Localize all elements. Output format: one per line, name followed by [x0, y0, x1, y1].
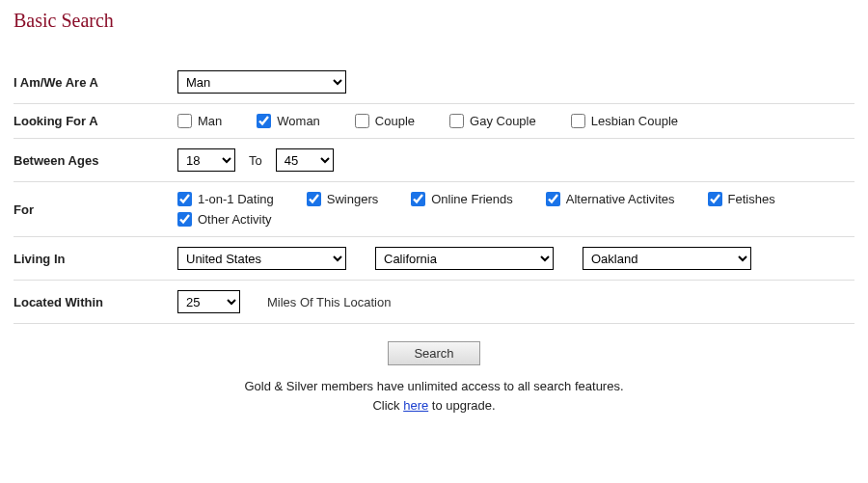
for-label: Alternative Activites: [566, 192, 675, 206]
for-checkbox[interactable]: [177, 192, 192, 206]
for-option[interactable]: Online Friends: [411, 192, 513, 206]
upgrade-link[interactable]: here: [403, 398, 428, 413]
for-label: Swingers: [327, 192, 378, 206]
actions-row: Search: [14, 341, 854, 365]
for-checkbox[interactable]: [307, 192, 321, 206]
select-country[interactable]: United States: [177, 247, 346, 270]
looking-for-label: Woman: [277, 114, 320, 128]
miles-suffix: Miles Of This Location: [267, 295, 391, 309]
for-label: Online Friends: [431, 192, 513, 206]
for-label: Other Activity: [198, 212, 272, 227]
looking-for-label: Gay Couple: [470, 114, 536, 128]
row-looking-for: Looking For A ManWomanCoupleGay CoupleLe…: [14, 104, 854, 139]
for-option[interactable]: Alternative Activites: [546, 192, 675, 206]
looking-for-label: Lesbian Couple: [591, 114, 678, 128]
footer-line1: Gold & Silver members have unlimited acc…: [244, 379, 623, 393]
for-option[interactable]: Other Activity: [177, 212, 272, 227]
select-age-to[interactable]: 45: [276, 148, 334, 172]
for-checkbox[interactable]: [411, 192, 425, 206]
label-living-in: Living In: [14, 252, 177, 266]
looking-for-checkbox[interactable]: [571, 114, 585, 128]
select-iam[interactable]: Man: [177, 70, 346, 94]
for-option[interactable]: Fetishes: [708, 192, 775, 206]
row-living-in: Living In United States California Oakla…: [14, 237, 854, 281]
for-checkbox[interactable]: [708, 192, 722, 206]
looking-for-option[interactable]: Woman: [257, 114, 320, 128]
looking-for-label: Couple: [375, 114, 415, 128]
row-ages: Between Ages 18 To 45: [14, 139, 854, 182]
label-located-within: Located Within: [14, 295, 177, 309]
label-for: For: [14, 202, 177, 217]
looking-for-checkbox[interactable]: [355, 114, 369, 128]
select-region[interactable]: California: [375, 247, 554, 270]
footer-line2-suffix: to upgrade.: [428, 398, 495, 413]
label-looking-for: Looking For A: [14, 114, 177, 128]
search-button[interactable]: Search: [388, 341, 479, 365]
label-ages: Between Ages: [14, 153, 177, 168]
looking-for-option[interactable]: Couple: [355, 114, 415, 128]
looking-for-label: Man: [198, 114, 222, 128]
looking-for-option[interactable]: Gay Couple: [449, 114, 536, 128]
for-option[interactable]: Swingers: [307, 192, 378, 206]
for-label: 1-on-1 Dating: [198, 192, 274, 206]
select-age-from[interactable]: 18: [177, 148, 235, 172]
footer-text: Gold & Silver members have unlimited acc…: [14, 377, 854, 415]
looking-for-option[interactable]: Lesbian Couple: [571, 114, 678, 128]
for-checkbox[interactable]: [177, 212, 192, 227]
row-located-within: Located Within 25 Miles Of This Location: [14, 281, 854, 324]
select-city[interactable]: Oakland: [583, 247, 751, 270]
row-iam: I Am/We Are A Man: [14, 61, 854, 104]
for-checkbox[interactable]: [546, 192, 560, 206]
looking-for-checkbox[interactable]: [257, 114, 271, 128]
label-iam: I Am/We Are A: [14, 75, 177, 90]
ages-to-text: To: [249, 153, 262, 168]
row-for: For 1-on-1 DatingSwingersOnline FriendsA…: [14, 182, 854, 237]
page-title: Basic Search: [14, 10, 854, 32]
looking-for-checkbox[interactable]: [177, 114, 192, 128]
select-distance[interactable]: 25: [177, 290, 240, 313]
for-label: Fetishes: [728, 192, 775, 206]
for-option[interactable]: 1-on-1 Dating: [177, 192, 274, 206]
looking-for-checkbox[interactable]: [449, 114, 464, 128]
footer-line2-prefix: Click: [372, 398, 403, 413]
looking-for-option[interactable]: Man: [177, 114, 222, 128]
